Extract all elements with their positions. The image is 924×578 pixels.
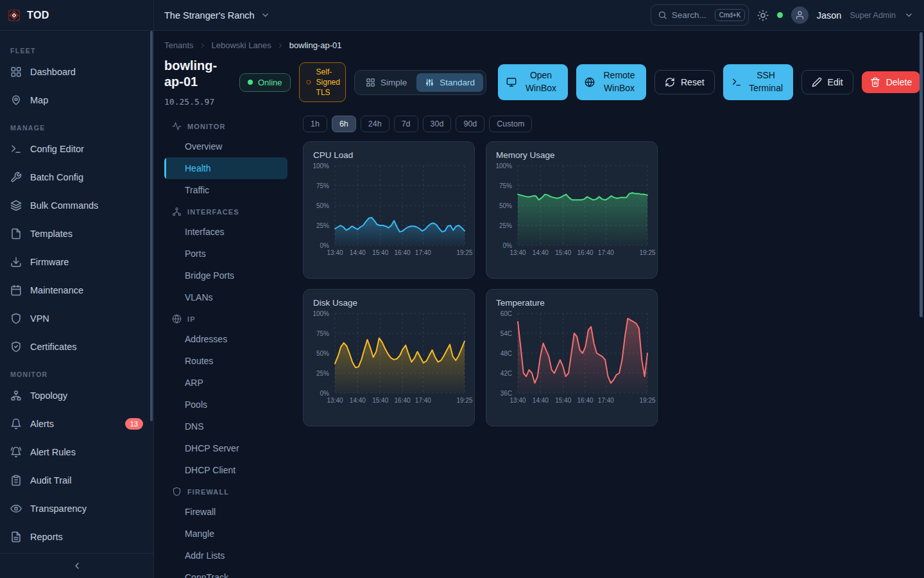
grid-icon bbox=[366, 78, 375, 87]
range-30d-button[interactable]: 30d bbox=[423, 116, 452, 132]
sidebar-item-maintenance[interactable]: Maintenance bbox=[0, 276, 153, 304]
subnav-item-label: ARP bbox=[185, 378, 203, 388]
subnav-item-addr-lists[interactable]: Addr Lists bbox=[164, 545, 287, 566]
chart-plot bbox=[518, 166, 647, 245]
device-title-block: bowling-ap-01 10.25.5.97 bbox=[164, 58, 231, 107]
shield-check-icon bbox=[10, 341, 22, 353]
breadcrumb-lebowski-lanes[interactable]: Lebowski Lanes bbox=[212, 40, 271, 50]
search-input[interactable] bbox=[672, 10, 710, 20]
sidebar-item-vpn[interactable]: VPN bbox=[0, 304, 153, 333]
sidebar-item-label: Dashboard bbox=[30, 67, 76, 77]
charts-grid: CPU Load 100%75%50%25%0% 13:4014:4015 bbox=[303, 141, 658, 426]
theme-toggle-sun-icon[interactable] bbox=[757, 10, 769, 21]
subnav-item-vlans[interactable]: VLANs bbox=[164, 286, 287, 308]
subnav-item-conntrack[interactable]: ConnTrack bbox=[164, 566, 287, 578]
subnav-item-ports[interactable]: Ports bbox=[164, 243, 287, 265]
page-title: bowling-ap-01 bbox=[164, 58, 231, 90]
sidebar-item-alerts[interactable]: Alerts 13 bbox=[0, 410, 153, 438]
search-shortcut: Cmd+K bbox=[715, 9, 746, 21]
sidebar-collapse-button[interactable] bbox=[0, 553, 153, 578]
subnav-section-interfaces: INTERFACES bbox=[164, 201, 287, 221]
charts-column: 1h 6h 24h 7d 30d 90d Custom CPU Load 100… bbox=[303, 116, 658, 578]
sidebar-item-label: Bulk Commands bbox=[30, 200, 98, 211]
breadcrumb-bowling-ap-01: bowling-ap-01 bbox=[289, 40, 342, 50]
subnav-item-dhcp-client[interactable]: DHCP Client bbox=[164, 459, 287, 481]
open-winbox-button[interactable]: Open WinBox bbox=[498, 64, 568, 100]
view-toggle-simple[interactable]: Simple bbox=[357, 73, 415, 92]
sidebar-item-label: Config Editor bbox=[30, 144, 84, 154]
range-6h-button[interactable]: 6h bbox=[332, 116, 356, 132]
view-toggle-standard[interactable]: Standard bbox=[416, 73, 483, 92]
subnav-item-addresses[interactable]: Addresses bbox=[164, 328, 287, 350]
sidebar-item-label: Audit Trail bbox=[30, 475, 71, 486]
refresh-icon bbox=[665, 77, 675, 87]
status-label: Online bbox=[258, 78, 282, 87]
subnav-item-dns[interactable]: DNS bbox=[164, 416, 287, 437]
user-menu-chevron-icon[interactable] bbox=[904, 10, 914, 20]
sidebar-item-batch-config[interactable]: Batch Config bbox=[0, 163, 153, 191]
avatar[interactable] bbox=[791, 6, 809, 24]
subnav-item-label: Overview bbox=[185, 141, 222, 152]
chart-card-temperature: Temperature 60C54C48C42C36C 13:4014:4 bbox=[486, 289, 658, 426]
x-axis-labels: 13:4014:4015:4016:4017:4019:25 bbox=[335, 249, 465, 258]
delete-button[interactable]: Delete bbox=[862, 71, 920, 93]
sidebar-item-alert-rules[interactable]: Alert Rules bbox=[0, 438, 153, 466]
circle-icon bbox=[305, 78, 312, 86]
range-24h-button[interactable]: 24h bbox=[361, 116, 389, 132]
sidebar-item-label: Map bbox=[30, 95, 48, 105]
bell-ring-icon bbox=[10, 446, 22, 458]
sidebar-scrollbar[interactable] bbox=[150, 31, 153, 421]
subnav-item-dhcp-server[interactable]: DHCP Server bbox=[164, 437, 287, 459]
sidebar-item-reports[interactable]: Reports bbox=[0, 523, 153, 551]
subnav-item-overview[interactable]: Overview bbox=[164, 136, 287, 157]
sidebar-item-audit-trail[interactable]: Audit Trail bbox=[0, 466, 153, 495]
range-custom-button[interactable]: Custom bbox=[489, 116, 532, 132]
content-scrollbar[interactable] bbox=[920, 32, 923, 317]
subnav-item-firewall[interactable]: Firewall bbox=[164, 501, 287, 523]
sidebar-item-certificates[interactable]: Certificates bbox=[0, 333, 153, 361]
tenant-selector[interactable]: The Stranger's Ranch bbox=[164, 10, 270, 21]
ssh-terminal-button[interactable]: SSH Terminal bbox=[723, 64, 793, 100]
subnav-item-pools[interactable]: Pools bbox=[164, 394, 287, 416]
sidebar-item-transparency[interactable]: Transparency bbox=[0, 495, 153, 523]
subnav-item-bridge-ports[interactable]: Bridge Ports bbox=[164, 265, 287, 286]
subnav-section-label: MONITOR bbox=[187, 123, 225, 130]
chart-plot bbox=[335, 313, 465, 393]
chart-title: CPU Load bbox=[313, 150, 465, 160]
button-label: SSH Terminal bbox=[748, 69, 785, 94]
subnav-item-traffic[interactable]: Traffic bbox=[164, 179, 287, 201]
sidebar-item-bulk-commands[interactable]: Bulk Commands bbox=[0, 191, 153, 220]
sidebar-item-map[interactable]: Map bbox=[0, 86, 153, 114]
sidebar-item-firmware[interactable]: Firmware bbox=[0, 248, 153, 276]
reset-button[interactable]: Reset bbox=[654, 70, 715, 94]
tenant-name: The Stranger's Ranch bbox=[164, 10, 255, 21]
subnav-section-ip: IP bbox=[164, 308, 287, 328]
subnav-item-health[interactable]: Health bbox=[164, 157, 287, 179]
subnav-item-routes[interactable]: Routes bbox=[164, 350, 287, 372]
remote-winbox-button[interactable]: Remote WinBox bbox=[576, 64, 646, 100]
subnav-item-arp[interactable]: ARP bbox=[164, 372, 287, 394]
sidebar-item-templates[interactable]: Templates bbox=[0, 220, 153, 248]
edit-button[interactable]: Edit bbox=[801, 70, 853, 94]
subnav-item-label: VLANs bbox=[185, 292, 213, 302]
button-label: Edit bbox=[828, 77, 843, 87]
view-toggle-label: Standard bbox=[440, 78, 475, 87]
dashboard-icon bbox=[10, 66, 22, 78]
range-1h-button[interactable]: 1h bbox=[303, 116, 327, 132]
body-row: FLEET Dashboard Map MANAGE Config Editor… bbox=[0, 31, 924, 578]
sidebar-item-topology[interactable]: Topology bbox=[0, 381, 153, 410]
chart-title: Temperature bbox=[496, 298, 647, 308]
sidebar-item-dashboard[interactable]: Dashboard bbox=[0, 58, 153, 86]
main-content: Tenants Lebowski Lanes bowling-ap-01 bow… bbox=[154, 31, 924, 578]
subnav-item-interfaces[interactable]: Interfaces bbox=[164, 221, 287, 243]
breadcrumb-tenants[interactable]: Tenants bbox=[164, 40, 194, 50]
sidebar-item-config-editor[interactable]: Config Editor bbox=[0, 135, 153, 163]
chart-body: 100%75%50%25%0% bbox=[313, 313, 465, 393]
range-7d-button[interactable]: 7d bbox=[394, 116, 418, 132]
search-box[interactable]: Cmd+K bbox=[651, 4, 749, 26]
range-90d-button[interactable]: 90d bbox=[456, 116, 484, 132]
brand-name: TOD bbox=[27, 10, 49, 21]
subnav-item-mangle[interactable]: Mangle bbox=[164, 523, 287, 545]
device-subnav: MONITOR Overview Health Traffic INTERFAC… bbox=[164, 116, 287, 578]
top-bar-main: The Stranger's Ranch Cmd+K Jason Super A… bbox=[154, 0, 924, 30]
